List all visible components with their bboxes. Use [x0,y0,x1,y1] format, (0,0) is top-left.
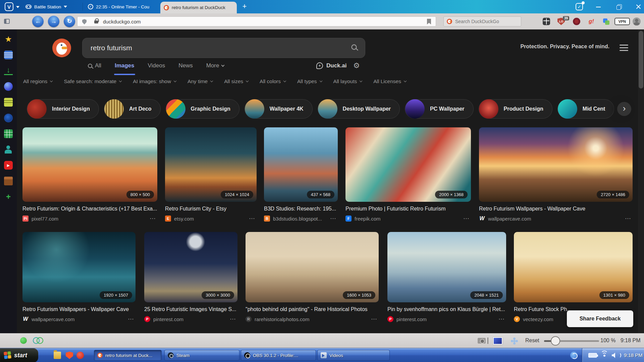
add-web-panel-icon[interactable]: + [4,192,13,201]
quicklaunch-explorer-icon[interactable] [54,352,61,359]
history-panel-icon[interactable] [4,114,13,122]
new-tab-button[interactable]: + [240,2,249,11]
taskbar-item-duckduckgo[interactable]: retro futurism at Duck... [94,350,162,361]
result-source[interactable]: pixel77.com [32,216,147,222]
start-button[interactable]: start [0,348,38,362]
result-title[interactable]: Pin by svenhoffmann pics on Klaus Bürgle… [387,306,506,312]
result-thumbnail[interactable]: 1301 × 980 [514,232,633,302]
result-title[interactable]: Retro Futurism Wallpapers - Wallpaper Ca… [22,306,136,312]
result-source[interactable]: freepik.com [355,216,460,222]
more-options-icon[interactable]: ⋯ [249,215,257,222]
address-bar[interactable]: duckduckgo.com [77,16,436,26]
settings-gear-icon[interactable]: ⚙ [353,61,360,70]
extension-red-icon[interactable]: g! [588,18,595,25]
filter-colors[interactable]: All colors [260,78,286,84]
more-options-icon[interactable]: ⋯ [150,215,157,222]
panel-toggle-icon[interactable] [4,19,10,24]
menu-hamburger-icon[interactable] [620,44,628,51]
result-thumbnail[interactable]: 800 × 500 [22,127,157,202]
url-text[interactable]: duckduckgo.com [103,19,141,24]
image-result-card[interactable]: 2048 × 1521 Pin by svenhoffmann pics on … [387,232,506,323]
result-thumbnail[interactable]: 1024 × 1024 [165,127,257,202]
page-tile-icon[interactable] [493,337,502,345]
image-result-card[interactable]: 1600 × 1053 "photo behind old painting" … [246,232,379,323]
vpn-badge[interactable]: VPN [614,18,630,25]
tab-more[interactable]: More [206,62,224,70]
chip-product-design[interactable]: Product Design [479,99,552,119]
chip-mid-century[interactable]: Mid Cent [557,99,614,119]
extension-gift-icon[interactable] [543,18,550,25]
filter-layouts[interactable]: All layouts [333,78,362,84]
back-button[interactable]: ← [32,16,44,27]
profile-avatar[interactable] [633,17,641,25]
page-actions-icon[interactable] [513,340,516,342]
restore-button[interactable] [615,3,623,10]
tray-sync-icon[interactable] [570,352,578,359]
result-source[interactable]: etsy.com [174,216,246,222]
status-green-dot-icon[interactable] [20,337,27,344]
taskbar-item-steam[interactable]: Steam [164,350,239,361]
filter-licenses[interactable]: All Licenses [373,78,406,84]
toolbar-search-field[interactable] [443,16,521,26]
result-title[interactable]: 25 Retro Futuristic Images Vintage S... [144,306,237,312]
more-options-icon[interactable]: ⋯ [128,315,136,323]
zoom-slider-handle[interactable] [551,336,560,346]
spreadsheet-panel-icon[interactable] [4,129,13,138]
filter-regions[interactable]: All regions [23,78,52,84]
more-options-icon[interactable]: ⋯ [371,315,379,323]
result-title[interactable]: Retro Futurism: Origin & Characteristics… [22,206,157,212]
filter-ai-images[interactable]: AI images: show [133,78,176,84]
result-title[interactable]: B3D Studios: Research: 195... [264,206,338,212]
result-source[interactable]: b3dstudios.blogspot... [273,216,327,222]
result-thumbnail[interactable]: 1600 × 1053 [246,232,379,302]
result-thumbnail[interactable]: 2720 × 1486 [479,127,633,202]
extension-blue-icon[interactable] [602,18,610,25]
result-title[interactable]: Premium Photo | Futuristic Retro Futuris… [345,206,471,212]
tab-news[interactable]: News [178,62,193,70]
taskbar-item-obs[interactable]: OBS 30.1.2 - Profile:... [241,350,316,361]
tab-battle-station[interactable]: Battle Station [22,0,81,13]
reload-button[interactable]: ↻ [64,16,75,27]
chip-wallpaper-4k[interactable]: Wallpaper 4K [245,99,313,119]
tab-group-caret-icon[interactable] [64,6,67,8]
result-source[interactable]: pinterest.com [396,316,495,322]
sync-status-icon[interactable]: ✓ [576,3,583,10]
capture-page-icon[interactable] [478,338,486,344]
bookmark-icon[interactable] [427,19,431,24]
more-options-icon[interactable]: ⋯ [230,315,237,323]
image-result-card[interactable]: 1920 × 1507 Retro Futurism Wallpapers - … [22,232,136,323]
image-result-card[interactable]: 2000 × 1368 Premium Photo | Futuristic R… [345,127,471,222]
zoom-reset-button[interactable]: Reset [525,338,539,344]
filter-safe-search[interactable]: Safe search: moderate [64,78,121,84]
quicklaunch-brave-icon[interactable] [66,352,73,359]
result-thumbnail[interactable]: 2000 × 1368 [345,127,471,202]
bookmarks-panel-icon[interactable]: ★ [4,35,13,44]
scrollbar-thumb[interactable] [639,31,643,88]
search-box[interactable] [82,38,365,58]
image-result-card[interactable]: 437 × 568 B3D Studios: Research: 195... … [264,127,338,222]
result-source[interactable]: wallpapercave.com [488,216,622,222]
extension-dark-red-icon[interactable] [573,18,580,25]
filter-types[interactable]: All types [297,78,322,84]
image-result-card[interactable]: 1301 × 980 Retro Future Stock Ph... Vvec… [514,232,633,323]
duckduckgo-logo[interactable] [52,39,71,57]
minimize-button[interactable] [595,3,602,10]
search-input[interactable] [455,17,519,26]
chip-pc-wallpaper[interactable]: PC Wallpaper [405,99,474,119]
speaker-icon[interactable] [612,353,615,358]
result-source[interactable]: wallpapercave.com [32,316,125,322]
archive-panel-icon[interactable] [4,177,13,185]
share-feedback-button[interactable]: Share Feedback [567,310,633,327]
more-options-icon[interactable]: ⋯ [330,215,338,222]
more-options-icon[interactable]: ⋯ [463,215,471,222]
reading-list-panel-icon[interactable] [4,51,13,59]
page-scrollbar[interactable] [638,29,644,333]
tab-images[interactable]: Images [115,62,135,70]
query-input[interactable] [91,38,339,58]
tracker-shield-icon[interactable] [82,19,87,24]
tab-videos[interactable]: Videos [148,62,165,70]
quicklaunch-browser-icon[interactable] [76,352,84,359]
vivaldi-menu-button[interactable]: V [5,2,13,11]
chips-scroll-right-button[interactable]: › [617,102,631,116]
wifi-icon[interactable] [600,351,608,359]
